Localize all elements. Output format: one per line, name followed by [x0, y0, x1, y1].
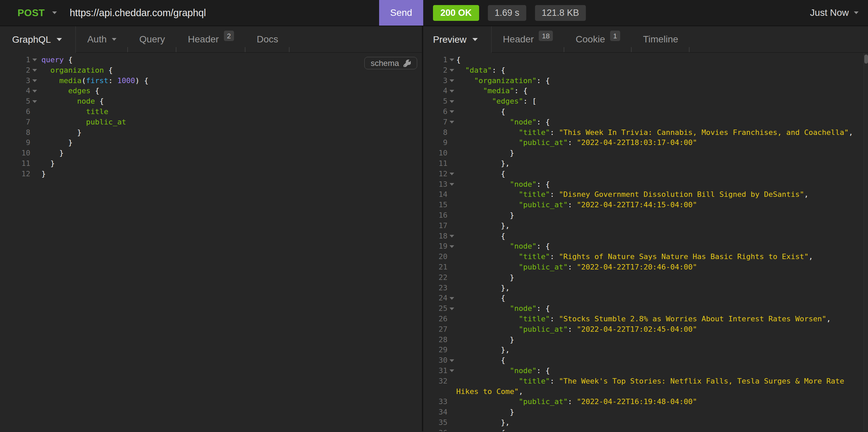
request-tabbar: GraphQL Auth Query Header 2	[0, 26, 422, 53]
tab-auth[interactable]: Auth	[76, 26, 128, 52]
line-number: 9	[423, 138, 447, 148]
code-line-10[interactable]: 10 }	[0, 148, 422, 159]
line-number: 31	[423, 366, 447, 376]
code-line-10: 10 }	[423, 148, 868, 159]
tab-timeline[interactable]: Timeline	[632, 26, 690, 52]
tab-query[interactable]: Query	[128, 26, 177, 52]
code-line-3[interactable]: 3 media(first: 1000) {	[0, 76, 422, 86]
code-text[interactable]: public_at	[39, 117, 422, 128]
tab-cookie[interactable]: Cookie 1	[564, 26, 632, 52]
response-meta-bar: 200 OK 1.69 s 121.8 KB Just Now	[423, 0, 868, 26]
code-text[interactable]: node {	[39, 96, 422, 107]
response-tabs: Header 18 Cookie 1 Timeline	[492, 26, 868, 53]
code-line-2[interactable]: 2 organization {	[0, 65, 422, 76]
tab-label: Header	[503, 34, 534, 45]
fold-arrow-icon[interactable]	[447, 303, 456, 314]
request-topbar: POST https://api.cheddar.com/graphql Sen…	[0, 0, 868, 26]
code-text[interactable]: }	[39, 159, 422, 169]
fold-arrow-icon[interactable]	[30, 55, 39, 65]
code-text: "data": {	[456, 65, 868, 76]
fold-arrow-icon[interactable]	[447, 76, 456, 86]
fold-arrow-icon[interactable]	[30, 65, 39, 76]
code-line-6[interactable]: 6 title	[0, 107, 422, 117]
fold-arrow-icon[interactable]	[447, 107, 456, 117]
code-line-11[interactable]: 11 }	[0, 159, 422, 169]
graphql-query-editor[interactable]: schema 1query {2 organization {3 media(f…	[0, 53, 422, 431]
code-line-5[interactable]: 5 node {	[0, 96, 422, 107]
line-number: 6	[423, 107, 447, 117]
tab-docs[interactable]: Docs	[245, 26, 290, 52]
code-line-5: 5 "edges": [	[423, 96, 868, 107]
code-line-22: 22 }	[423, 272, 868, 283]
code-text: "node": {	[456, 179, 868, 190]
fold-arrow-icon[interactable]	[447, 55, 456, 65]
code-text[interactable]: media(first: 1000) {	[39, 76, 422, 86]
fold-arrow-icon[interactable]	[447, 65, 456, 76]
chevron-down-icon	[450, 173, 454, 175]
schema-button[interactable]: schema	[364, 57, 417, 69]
fold-arrow-icon[interactable]	[447, 355, 456, 366]
code-text: },	[456, 345, 868, 355]
code-text: "title": "The Week's Top Stories: Netfli…	[456, 376, 868, 387]
chevron-down-icon	[450, 307, 454, 310]
fold-arrow-icon[interactable]	[447, 169, 456, 179]
code-text[interactable]: }	[39, 138, 422, 148]
method-label: POST	[18, 7, 45, 19]
code-line-28: 28 }	[423, 335, 868, 345]
url-input[interactable]: https://api.cheddar.com/graphql	[70, 7, 206, 19]
fold-arrow-icon[interactable]	[447, 86, 456, 96]
line-number: 5	[0, 96, 30, 107]
fold-arrow-icon[interactable]	[447, 179, 456, 190]
code-text: "title": "Rights of Nature Says Nature H…	[456, 252, 868, 262]
chevron-down-icon	[450, 235, 454, 237]
code-text: "public_at": "2022-04-22T17:02:45-04:00"	[456, 324, 868, 335]
fold-arrow-icon[interactable]	[30, 96, 39, 107]
fold-arrow-icon[interactable]	[447, 366, 456, 376]
fold-gutter	[30, 117, 39, 128]
code-line-12[interactable]: 12}	[0, 169, 422, 179]
code-line-9[interactable]: 9 }	[0, 138, 422, 148]
code-text: "node": {	[456, 303, 868, 314]
code-line-1[interactable]: 1query {	[0, 55, 422, 65]
line-number: 10	[0, 148, 30, 159]
code-text[interactable]: }	[39, 128, 422, 138]
code-line-35: 35 },	[423, 418, 868, 428]
send-button[interactable]: Send	[379, 0, 423, 26]
fold-gutter	[447, 376, 456, 387]
line-number: 5	[423, 96, 447, 107]
body-type-dropdown[interactable]: GraphQL	[0, 26, 76, 53]
fold-arrow-icon[interactable]	[447, 231, 456, 241]
code-text[interactable]: }	[39, 148, 422, 159]
tab-header[interactable]: Header 2	[177, 26, 245, 52]
fold-arrow-icon[interactable]	[447, 293, 456, 303]
fold-arrow-icon[interactable]	[447, 428, 456, 431]
code-text[interactable]: edges {	[39, 86, 422, 96]
tab-response-header[interactable]: Header 18	[492, 26, 564, 52]
scrollbar-thumb[interactable]	[864, 55, 868, 64]
fold-arrow-icon[interactable]	[30, 86, 39, 96]
tab-label: Auth	[87, 34, 107, 45]
main-split: GraphQL Auth Query Header 2	[0, 26, 868, 431]
code-text[interactable]: title	[39, 107, 422, 117]
code-line-23: 23 },	[423, 283, 868, 293]
fold-arrow-icon[interactable]	[447, 96, 456, 107]
fold-arrow-icon[interactable]	[30, 76, 39, 86]
code-line-24: 24 {	[423, 293, 868, 303]
scrollbar-track[interactable]	[864, 53, 868, 431]
preview-mode-dropdown[interactable]: Preview	[423, 26, 492, 53]
code-line-8[interactable]: 8 }	[0, 128, 422, 138]
chevron-down-icon	[450, 59, 454, 61]
code-text[interactable]: }	[39, 169, 422, 179]
fold-arrow-icon[interactable]	[447, 117, 456, 128]
response-history-dropdown[interactable]: Just Now	[810, 7, 859, 18]
chevron-down-icon	[450, 245, 454, 248]
line-number: 8	[0, 128, 30, 138]
code-line-7[interactable]: 7 public_at	[0, 117, 422, 128]
line-number: 32	[423, 376, 447, 387]
line-number: 20	[423, 252, 447, 262]
method-dropdown[interactable]: POST	[0, 7, 57, 19]
fold-arrow-icon[interactable]	[447, 241, 456, 252]
history-label: Just Now	[810, 7, 849, 18]
line-number: 12	[423, 169, 447, 179]
code-line-4[interactable]: 4 edges {	[0, 86, 422, 96]
